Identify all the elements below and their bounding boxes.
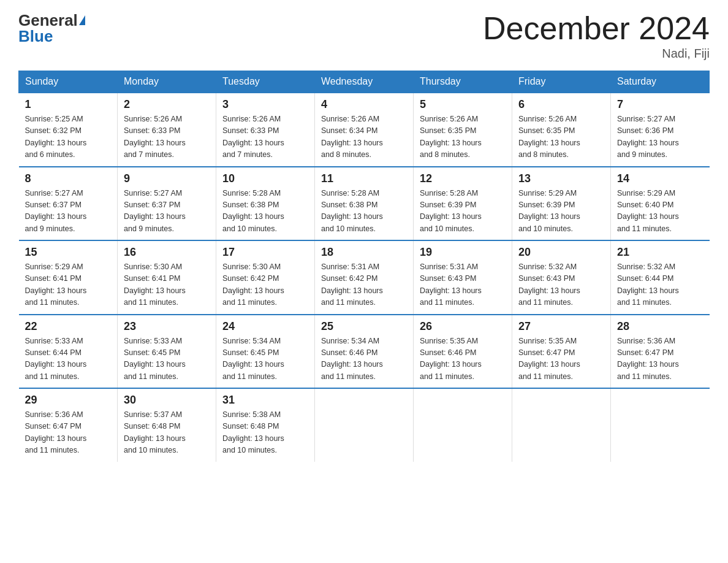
- day-info: Sunrise: 5:28 AMSunset: 6:38 PMDaylight:…: [222, 188, 308, 236]
- calendar-day-cell: 17Sunrise: 5:30 AMSunset: 6:42 PMDayligh…: [216, 240, 315, 315]
- day-info: Sunrise: 5:29 AMSunset: 6:39 PMDaylight:…: [518, 188, 604, 236]
- day-number: 10: [222, 172, 308, 185]
- calendar-week-row: 1Sunrise: 5:25 AMSunset: 6:32 PMDaylight…: [19, 93, 710, 167]
- calendar-header-row: SundayMondayTuesdayWednesdayThursdayFrid…: [19, 71, 710, 93]
- calendar-day-cell: 28Sunrise: 5:36 AMSunset: 6:47 PMDayligh…: [611, 315, 710, 389]
- day-info: Sunrise: 5:26 AMSunset: 6:33 PMDaylight:…: [222, 113, 308, 161]
- calendar-day-cell: 2Sunrise: 5:26 AMSunset: 6:33 PMDaylight…: [118, 93, 216, 167]
- day-number: 3: [222, 98, 308, 111]
- day-info: Sunrise: 5:34 AMSunset: 6:45 PMDaylight:…: [222, 335, 308, 383]
- calendar-day-cell: 15Sunrise: 5:29 AMSunset: 6:41 PMDayligh…: [19, 240, 118, 315]
- day-number: 8: [25, 172, 112, 185]
- day-number: 1: [25, 98, 112, 111]
- day-info: Sunrise: 5:31 AMSunset: 6:42 PMDaylight:…: [321, 261, 407, 309]
- calendar-day-cell: 24Sunrise: 5:34 AMSunset: 6:45 PMDayligh…: [216, 315, 315, 389]
- calendar-week-row: 15Sunrise: 5:29 AMSunset: 6:41 PMDayligh…: [19, 240, 710, 315]
- calendar-day-cell: 29Sunrise: 5:36 AMSunset: 6:47 PMDayligh…: [19, 388, 118, 462]
- calendar-table: SundayMondayTuesdayWednesdayThursdayFrid…: [18, 71, 710, 462]
- calendar-day-cell: 14Sunrise: 5:29 AMSunset: 6:40 PMDayligh…: [611, 167, 710, 241]
- day-number: 7: [617, 98, 703, 111]
- calendar-day-cell: 22Sunrise: 5:33 AMSunset: 6:44 PMDayligh…: [19, 315, 118, 389]
- calendar-day-cell: 7Sunrise: 5:27 AMSunset: 6:36 PMDaylight…: [611, 93, 710, 167]
- calendar-day-cell: 4Sunrise: 5:26 AMSunset: 6:34 PMDaylight…: [315, 93, 414, 167]
- day-info: Sunrise: 5:33 AMSunset: 6:45 PMDaylight:…: [124, 335, 210, 383]
- day-info: Sunrise: 5:26 AMSunset: 6:33 PMDaylight:…: [124, 113, 210, 161]
- day-info: Sunrise: 5:31 AMSunset: 6:43 PMDaylight:…: [420, 261, 506, 309]
- day-info: Sunrise: 5:25 AMSunset: 6:32 PMDaylight:…: [25, 113, 112, 161]
- day-number: 27: [518, 320, 604, 333]
- calendar-day-cell: 5Sunrise: 5:26 AMSunset: 6:35 PMDaylight…: [414, 93, 512, 167]
- calendar-day-cell: [414, 388, 512, 462]
- day-number: 4: [321, 98, 407, 111]
- day-info: Sunrise: 5:26 AMSunset: 6:35 PMDaylight:…: [518, 113, 604, 161]
- day-number: 19: [420, 246, 506, 259]
- day-number: 28: [617, 320, 703, 333]
- day-number: 6: [518, 98, 604, 111]
- day-of-week-header: Tuesday: [216, 71, 315, 93]
- day-number: 2: [124, 98, 210, 111]
- calendar-day-cell: 11Sunrise: 5:28 AMSunset: 6:38 PMDayligh…: [315, 167, 414, 241]
- calendar-day-cell: 20Sunrise: 5:32 AMSunset: 6:43 PMDayligh…: [512, 240, 611, 315]
- logo-triangle-icon: [79, 15, 85, 25]
- day-of-week-header: Saturday: [611, 71, 710, 93]
- day-number: 21: [617, 246, 703, 259]
- day-number: 17: [222, 246, 308, 259]
- day-of-week-header: Friday: [512, 71, 611, 93]
- day-number: 16: [124, 246, 210, 259]
- calendar-day-cell: [512, 388, 611, 462]
- day-number: 31: [222, 394, 308, 407]
- day-number: 26: [420, 320, 506, 333]
- day-info: Sunrise: 5:28 AMSunset: 6:38 PMDaylight:…: [321, 188, 407, 236]
- calendar-day-cell: 31Sunrise: 5:38 AMSunset: 6:48 PMDayligh…: [216, 388, 315, 462]
- day-info: Sunrise: 5:29 AMSunset: 6:41 PMDaylight:…: [25, 261, 112, 309]
- day-number: 25: [321, 320, 407, 333]
- day-number: 9: [124, 172, 210, 185]
- logo-general-text: General: [18, 12, 78, 28]
- calendar-day-cell: 19Sunrise: 5:31 AMSunset: 6:43 PMDayligh…: [414, 240, 512, 315]
- day-number: 13: [518, 172, 604, 185]
- day-info: Sunrise: 5:34 AMSunset: 6:46 PMDaylight:…: [321, 335, 407, 383]
- day-info: Sunrise: 5:33 AMSunset: 6:44 PMDaylight:…: [25, 335, 112, 383]
- calendar-day-cell: 10Sunrise: 5:28 AMSunset: 6:38 PMDayligh…: [216, 167, 315, 241]
- month-title: December 2024: [483, 12, 710, 44]
- day-info: Sunrise: 5:32 AMSunset: 6:44 PMDaylight:…: [617, 261, 703, 309]
- day-info: Sunrise: 5:27 AMSunset: 6:37 PMDaylight:…: [124, 188, 210, 236]
- calendar-week-row: 29Sunrise: 5:36 AMSunset: 6:47 PMDayligh…: [19, 388, 710, 462]
- day-info: Sunrise: 5:35 AMSunset: 6:46 PMDaylight:…: [420, 335, 506, 383]
- calendar-day-cell: 21Sunrise: 5:32 AMSunset: 6:44 PMDayligh…: [611, 240, 710, 315]
- calendar-day-cell: 30Sunrise: 5:37 AMSunset: 6:48 PMDayligh…: [118, 388, 216, 462]
- calendar-day-cell: 13Sunrise: 5:29 AMSunset: 6:39 PMDayligh…: [512, 167, 611, 241]
- day-info: Sunrise: 5:38 AMSunset: 6:48 PMDaylight:…: [222, 409, 308, 457]
- day-number: 30: [124, 394, 210, 407]
- calendar-day-cell: 26Sunrise: 5:35 AMSunset: 6:46 PMDayligh…: [414, 315, 512, 389]
- day-number: 14: [617, 172, 703, 185]
- calendar-day-cell: 6Sunrise: 5:26 AMSunset: 6:35 PMDaylight…: [512, 93, 611, 167]
- day-info: Sunrise: 5:32 AMSunset: 6:43 PMDaylight:…: [518, 261, 604, 309]
- calendar-day-cell: 18Sunrise: 5:31 AMSunset: 6:42 PMDayligh…: [315, 240, 414, 315]
- day-number: 12: [420, 172, 506, 185]
- logo: General Blue: [18, 12, 85, 44]
- day-number: 15: [25, 246, 112, 259]
- day-number: 5: [420, 98, 506, 111]
- calendar-day-cell: [315, 388, 414, 462]
- logo-blue-text: Blue: [18, 27, 53, 45]
- calendar-week-row: 22Sunrise: 5:33 AMSunset: 6:44 PMDayligh…: [19, 315, 710, 389]
- day-info: Sunrise: 5:28 AMSunset: 6:39 PMDaylight:…: [420, 188, 506, 236]
- calendar-day-cell: 27Sunrise: 5:35 AMSunset: 6:47 PMDayligh…: [512, 315, 611, 389]
- calendar-day-cell: [611, 388, 710, 462]
- day-info: Sunrise: 5:35 AMSunset: 6:47 PMDaylight:…: [518, 335, 604, 383]
- day-info: Sunrise: 5:37 AMSunset: 6:48 PMDaylight:…: [124, 409, 210, 457]
- day-info: Sunrise: 5:27 AMSunset: 6:36 PMDaylight:…: [617, 113, 703, 161]
- day-of-week-header: Monday: [118, 71, 216, 93]
- day-number: 29: [25, 394, 112, 407]
- day-info: Sunrise: 5:30 AMSunset: 6:41 PMDaylight:…: [124, 261, 210, 309]
- calendar-day-cell: 3Sunrise: 5:26 AMSunset: 6:33 PMDaylight…: [216, 93, 315, 167]
- page-header: General Blue December 2024 Nadi, Fiji: [18, 12, 710, 61]
- day-number: 20: [518, 246, 604, 259]
- location-text: Nadi, Fiji: [483, 47, 710, 61]
- day-number: 18: [321, 246, 407, 259]
- day-info: Sunrise: 5:30 AMSunset: 6:42 PMDaylight:…: [222, 261, 308, 309]
- day-info: Sunrise: 5:29 AMSunset: 6:40 PMDaylight:…: [617, 188, 703, 236]
- day-of-week-header: Sunday: [19, 71, 118, 93]
- day-number: 23: [124, 320, 210, 333]
